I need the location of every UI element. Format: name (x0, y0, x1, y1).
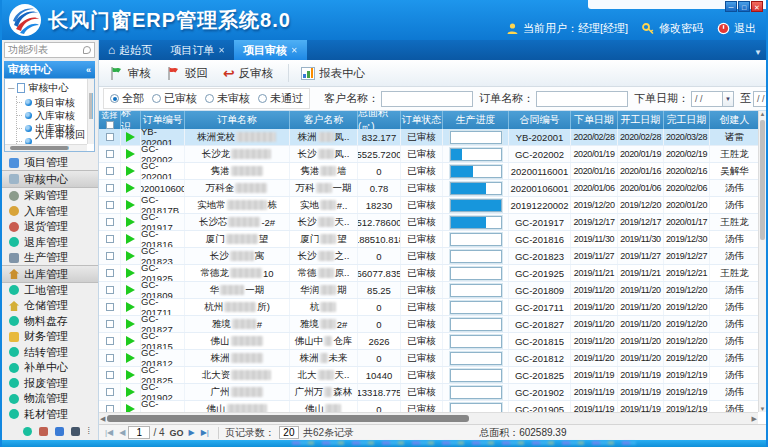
first-page-icon[interactable]: |◀ (102, 428, 116, 437)
table-row[interactable]: GC-201925常德龙10常德原..266077.835..已审核GC-201… (99, 265, 758, 282)
sidebar-item-生产管理[interactable]: 生产管理 (2, 250, 98, 265)
scroll-right-icon[interactable]: ▶ (752, 415, 757, 423)
row-checkbox[interactable] (106, 303, 114, 311)
sidebar-item-报废管理[interactable]: 报废管理 (2, 376, 98, 391)
row-checkbox[interactable] (106, 167, 114, 175)
calendar-dropdown-icon[interactable]: ▼ (722, 92, 733, 106)
maximize-button[interactable]: □ (738, 1, 750, 12)
last-page-icon[interactable]: ▶| (198, 428, 212, 437)
sidebar-item-退货管理[interactable]: 退货管理 (2, 219, 98, 234)
inventory-collapsed-icon[interactable] (23, 427, 32, 436)
column-header-选择[interactable]: 选择 (99, 111, 121, 129)
collapse-icon[interactable]: « (86, 65, 91, 75)
table-row[interactable]: GC-201825北大资北大天..10440已审核GC-2018252019/1… (99, 367, 758, 384)
go-button[interactable]: GO (170, 428, 184, 438)
table-row[interactable]: YB-202001株洲党校株洲凤..832.177已审核YB-202001202… (99, 129, 758, 146)
tree-item-入库审核[interactable]: 入库审核 (17, 109, 94, 122)
sidebar-panel-header[interactable]: 审核中心 « (4, 61, 95, 78)
column-header-完工日期[interactable]: 完工日期 (664, 111, 710, 129)
row-checkbox[interactable] (106, 133, 114, 141)
table-horizontal-scrollbar[interactable]: ◀ ▶ (99, 412, 758, 424)
row-checkbox[interactable] (106, 184, 114, 192)
table-row[interactable]: 20200106001万科金万科一期0.78已审核202001060012020… (99, 180, 758, 197)
column-header-订单编号[interactable]: 订单编号 (141, 111, 185, 129)
column-header-标识[interactable]: 标识 (121, 111, 141, 129)
radio-已审核[interactable]: 已审核 (152, 91, 197, 106)
table-row[interactable]: GC-201905佛山佛山0已审核GC-2019052019/11/192019… (99, 401, 758, 412)
table-row[interactable]: GC-201827雅境#雅境2#0已审核GC-2018272019/11/202… (99, 316, 758, 333)
column-header-订单名称[interactable]: 订单名称 (185, 111, 290, 129)
sidebar-item-补单中心[interactable]: 补单中心 (2, 360, 98, 375)
sidebar-item-财务管理[interactable]: 财务管理 (2, 329, 98, 344)
row-checkbox[interactable] (106, 218, 114, 226)
tab-起始页[interactable]: ⌂起始页 (99, 40, 161, 60)
function-search-input[interactable]: 功能列表 (4, 42, 95, 58)
sidebar-item-耗材管理[interactable]: 耗材管理 (2, 407, 98, 422)
change-password-button[interactable]: 修改密码 (642, 21, 703, 36)
tree-expander-icon[interactable]: ─ (8, 83, 14, 93)
row-checkbox[interactable] (106, 337, 114, 345)
table-row[interactable]: GC-201809华一期华润期85.25已审核GC-2018092019/11/… (99, 282, 758, 299)
more-icon[interactable]: ⁞ (87, 427, 90, 436)
sidebar-item-结转管理[interactable]: 结转管理 (2, 345, 98, 360)
column-header-总面积(㎡)[interactable]: 总面积(㎡) (358, 111, 401, 129)
sidebar-item-物流管理[interactable]: 物流管理 (2, 391, 98, 406)
row-checkbox[interactable] (106, 201, 114, 209)
scroll-left-icon[interactable]: ◀ (100, 415, 105, 423)
sidebar-item-出库管理[interactable]: 出库管理 (2, 265, 98, 282)
row-checkbox[interactable] (106, 252, 114, 260)
row-checkbox[interactable] (106, 150, 114, 158)
table-row[interactable]: GC-201817B实地常栋实地#..18230已审核2019122000220… (99, 197, 758, 214)
page-size-input[interactable] (279, 426, 299, 439)
toolbar-button-审核[interactable]: 审核 (105, 64, 158, 83)
tree-vertical-scrollbar[interactable] (87, 79, 94, 144)
row-checkbox[interactable] (106, 269, 114, 277)
order-name-input[interactable] (536, 91, 628, 107)
table-row[interactable]: GC-202002长沙龙长沙凤..65525.7200..已审核GC-20200… (99, 146, 758, 163)
table-row[interactable]: GC-201815佛山佛山中仓库2626已审核GC-2018152019/11/… (99, 333, 758, 350)
sidebar-item-仓储管理[interactable]: 仓储管理 (2, 298, 98, 313)
cart-collapsed-icon[interactable] (39, 427, 48, 436)
row-checkbox[interactable] (106, 405, 114, 412)
order-date-to-input[interactable]: / / ▼ (753, 91, 766, 107)
row-checkbox[interactable] (106, 286, 114, 294)
tab-项目订单[interactable]: 项目订单✕ (161, 40, 234, 60)
tree-item-项目审核[interactable]: 项目审核 (17, 96, 94, 109)
column-header-开工日期[interactable]: 开工日期 (618, 111, 664, 129)
close-button[interactable]: ✕ (751, 1, 763, 12)
row-checkbox[interactable] (106, 235, 114, 243)
sidebar-item-工地管理[interactable]: 工地管理 (2, 283, 98, 298)
tree-horizontal-scrollbar[interactable] (5, 144, 87, 151)
tab-overflow-icon[interactable]: ▼ (754, 48, 766, 60)
row-checkbox[interactable] (106, 354, 114, 362)
sidebar-item-退库管理[interactable]: 退库管理 (2, 234, 98, 249)
sidebar-item-项目管理[interactable]: 项目管理 (2, 155, 98, 170)
tree-root-node[interactable]: ─ 审核中心 (5, 79, 94, 96)
sidebar-item-入库管理[interactable]: 入库管理 (2, 203, 98, 218)
scroll-up-icon[interactable]: ▲ (759, 111, 766, 117)
table-row[interactable]: GC-201812株洲株洲未来0已审核GC-2018122019/11/2020… (99, 350, 758, 367)
order-date-from-input[interactable]: / / ▼ (691, 91, 734, 107)
table-row[interactable]: GC-201823长沙寓长沙之..0已审核GC-2018232019/11/27… (99, 248, 758, 265)
toolbar-button-驳回[interactable]: 驳回 (162, 64, 215, 83)
doc-collapsed-icon[interactable] (71, 427, 80, 436)
horizontal-scroll-thumb[interactable] (107, 415, 469, 422)
select-all-checkbox[interactable] (106, 121, 114, 129)
row-checkbox[interactable] (106, 320, 114, 328)
tab-close-icon[interactable]: ✕ (218, 46, 225, 55)
sidebar-item-采购管理[interactable]: 采购管理 (2, 188, 98, 203)
table-row[interactable]: GC-201816厦门望厦门望188510.818已审核GC-201816201… (99, 231, 758, 248)
scroll-down-icon[interactable]: ▼ (759, 406, 766, 412)
sidebar-item-审核中心[interactable]: 审核中心 (2, 170, 98, 187)
tab-close-icon[interactable]: ✕ (291, 46, 298, 55)
toolbar-button-报表中心[interactable]: 报表中心 (297, 64, 372, 83)
sidebar-item-物料盘存[interactable]: 物料盘存 (2, 314, 98, 329)
row-checkbox[interactable] (106, 371, 114, 379)
edit-collapsed-icon[interactable] (55, 427, 64, 436)
table-row[interactable]: GC-202001隽港隽港墙0已审核202001160012020/01/162… (99, 163, 758, 180)
tab-项目审核[interactable]: 项目审核✕ (234, 40, 307, 60)
vertical-scroll-thumb[interactable] (760, 120, 765, 240)
column-header-生产进度[interactable]: 生产进度 (443, 111, 509, 129)
logout-button[interactable]: 退出 (717, 21, 756, 36)
table-vertical-scrollbar[interactable]: ▲ ▼ (758, 111, 766, 412)
